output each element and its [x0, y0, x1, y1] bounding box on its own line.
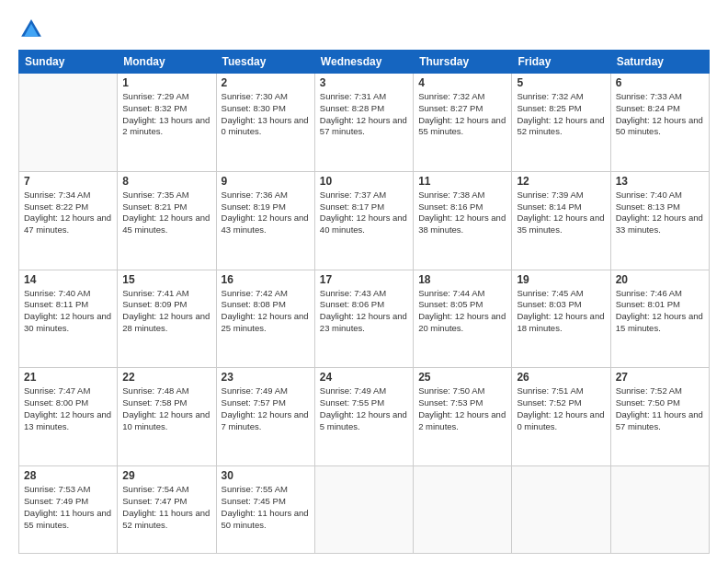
calendar-cell: 15Sunrise: 7:41 AMSunset: 8:09 PMDayligh… — [118, 270, 216, 368]
cell-day-number: 20 — [616, 273, 704, 286]
cell-info: Sunrise: 7:38 AMSunset: 8:16 PMDaylight:… — [418, 190, 506, 236]
calendar-cell: 28Sunrise: 7:53 AMSunset: 7:49 PMDayligh… — [19, 466, 118, 554]
cell-day-number: 21 — [24, 371, 112, 384]
calendar-cell: 19Sunrise: 7:45 AMSunset: 8:03 PMDayligh… — [512, 270, 610, 368]
cell-day-number: 11 — [418, 175, 506, 188]
weekday-header: Friday — [512, 51, 610, 74]
cell-day-number: 6 — [616, 76, 704, 89]
calendar-week-row: 21Sunrise: 7:47 AMSunset: 8:00 PMDayligh… — [19, 368, 710, 466]
calendar-cell: 22Sunrise: 7:48 AMSunset: 7:58 PMDayligh… — [118, 368, 216, 466]
calendar-table: SundayMondayTuesdayWednesdayThursdayFrid… — [18, 50, 710, 554]
calendar-cell: 30Sunrise: 7:55 AMSunset: 7:45 PMDayligh… — [216, 466, 314, 554]
cell-info: Sunrise: 7:52 AMSunset: 7:50 PMDaylight:… — [616, 385, 704, 432]
weekday-header: Tuesday — [216, 51, 314, 74]
calendar-cell — [19, 74, 118, 172]
logo — [18, 17, 48, 42]
calendar-cell: 12Sunrise: 7:39 AMSunset: 8:14 PMDayligh… — [512, 171, 610, 270]
cell-info: Sunrise: 7:43 AMSunset: 8:06 PMDaylight:… — [320, 288, 408, 335]
calendar-cell: 24Sunrise: 7:49 AMSunset: 7:55 PMDayligh… — [314, 368, 413, 466]
weekday-header-row: SundayMondayTuesdayWednesdayThursdayFrid… — [19, 51, 710, 74]
calendar-cell — [314, 466, 413, 554]
cell-day-number: 28 — [24, 469, 112, 482]
calendar-cell — [414, 466, 512, 554]
calendar-cell: 1Sunrise: 7:29 AMSunset: 8:32 PMDaylight… — [118, 74, 216, 172]
calendar-cell: 21Sunrise: 7:47 AMSunset: 8:00 PMDayligh… — [19, 368, 118, 466]
cell-info: Sunrise: 7:32 AMSunset: 8:25 PMDaylight:… — [517, 91, 605, 138]
calendar-cell: 10Sunrise: 7:37 AMSunset: 8:17 PMDayligh… — [314, 171, 413, 270]
calendar-cell: 11Sunrise: 7:38 AMSunset: 8:16 PMDayligh… — [414, 171, 512, 270]
weekday-header: Wednesday — [314, 51, 413, 74]
cell-info: Sunrise: 7:53 AMSunset: 7:49 PMDaylight:… — [24, 484, 112, 531]
cell-day-number: 22 — [122, 371, 210, 384]
cell-info: Sunrise: 7:29 AMSunset: 8:32 PMDaylight:… — [122, 91, 210, 138]
cell-day-number: 9 — [222, 175, 310, 188]
calendar-cell: 18Sunrise: 7:44 AMSunset: 8:05 PMDayligh… — [414, 270, 512, 368]
calendar-cell: 13Sunrise: 7:40 AMSunset: 8:13 PMDayligh… — [610, 171, 709, 270]
cell-info: Sunrise: 7:54 AMSunset: 7:47 PMDaylight:… — [122, 484, 210, 531]
cell-day-number: 16 — [222, 273, 310, 286]
cell-day-number: 30 — [222, 469, 310, 482]
cell-info: Sunrise: 7:44 AMSunset: 8:05 PMDaylight:… — [418, 288, 506, 335]
calendar-cell: 9Sunrise: 7:36 AMSunset: 8:19 PMDaylight… — [216, 171, 314, 270]
cell-day-number: 4 — [418, 76, 506, 89]
cell-day-number: 15 — [122, 273, 210, 286]
cell-day-number: 1 — [122, 76, 210, 89]
calendar-week-row: 7Sunrise: 7:34 AMSunset: 8:22 PMDaylight… — [19, 171, 710, 270]
cell-info: Sunrise: 7:49 AMSunset: 7:57 PMDaylight:… — [222, 385, 310, 432]
calendar-cell: 5Sunrise: 7:32 AMSunset: 8:25 PMDaylight… — [512, 74, 610, 172]
calendar-week-row: 14Sunrise: 7:40 AMSunset: 8:11 PMDayligh… — [19, 270, 710, 368]
calendar-cell: 16Sunrise: 7:42 AMSunset: 8:08 PMDayligh… — [216, 270, 314, 368]
calendar-cell — [610, 466, 709, 554]
calendar-cell: 20Sunrise: 7:46 AMSunset: 8:01 PMDayligh… — [610, 270, 709, 368]
cell-info: Sunrise: 7:48 AMSunset: 7:58 PMDaylight:… — [122, 385, 210, 432]
cell-info: Sunrise: 7:33 AMSunset: 8:24 PMDaylight:… — [616, 91, 704, 138]
calendar-cell: 4Sunrise: 7:32 AMSunset: 8:27 PMDaylight… — [414, 74, 512, 172]
header — [18, 17, 710, 42]
calendar-week-row: 1Sunrise: 7:29 AMSunset: 8:32 PMDaylight… — [19, 74, 710, 172]
calendar-cell: 25Sunrise: 7:50 AMSunset: 7:53 PMDayligh… — [414, 368, 512, 466]
cell-day-number: 12 — [517, 175, 605, 188]
calendar-cell: 17Sunrise: 7:43 AMSunset: 8:06 PMDayligh… — [314, 270, 413, 368]
cell-day-number: 19 — [517, 273, 605, 286]
cell-info: Sunrise: 7:35 AMSunset: 8:21 PMDaylight:… — [122, 190, 210, 236]
cell-day-number: 27 — [616, 371, 704, 384]
cell-info: Sunrise: 7:47 AMSunset: 8:00 PMDaylight:… — [24, 385, 112, 432]
cell-info: Sunrise: 7:49 AMSunset: 7:55 PMDaylight:… — [320, 385, 408, 432]
cell-day-number: 23 — [222, 371, 310, 384]
calendar-cell: 27Sunrise: 7:52 AMSunset: 7:50 PMDayligh… — [610, 368, 709, 466]
cell-info: Sunrise: 7:34 AMSunset: 8:22 PMDaylight:… — [24, 190, 112, 236]
cell-info: Sunrise: 7:55 AMSunset: 7:45 PMDaylight:… — [222, 484, 310, 531]
weekday-header: Monday — [118, 51, 216, 74]
cell-day-number: 13 — [616, 175, 704, 188]
cell-day-number: 8 — [122, 175, 210, 188]
cell-day-number: 26 — [517, 371, 605, 384]
cell-info: Sunrise: 7:36 AMSunset: 8:19 PMDaylight:… — [222, 190, 310, 236]
calendar-week-row: 28Sunrise: 7:53 AMSunset: 7:49 PMDayligh… — [19, 466, 710, 554]
calendar-cell: 26Sunrise: 7:51 AMSunset: 7:52 PMDayligh… — [512, 368, 610, 466]
weekday-header: Thursday — [414, 51, 512, 74]
cell-info: Sunrise: 7:40 AMSunset: 8:13 PMDaylight:… — [616, 190, 704, 236]
cell-day-number: 25 — [418, 371, 506, 384]
cell-day-number: 5 — [517, 76, 605, 89]
cell-info: Sunrise: 7:41 AMSunset: 8:09 PMDaylight:… — [122, 288, 210, 335]
calendar-cell: 8Sunrise: 7:35 AMSunset: 8:21 PMDaylight… — [118, 171, 216, 270]
logo-icon — [18, 17, 44, 42]
cell-day-number: 3 — [320, 76, 408, 89]
cell-day-number: 7 — [24, 175, 112, 188]
cell-info: Sunrise: 7:45 AMSunset: 8:03 PMDaylight:… — [517, 288, 605, 335]
cell-info: Sunrise: 7:51 AMSunset: 7:52 PMDaylight:… — [517, 385, 605, 432]
cell-day-number: 2 — [222, 76, 310, 89]
weekday-header: Sunday — [19, 51, 118, 74]
cell-info: Sunrise: 7:42 AMSunset: 8:08 PMDaylight:… — [222, 288, 310, 335]
cell-day-number: 29 — [122, 469, 210, 482]
cell-info: Sunrise: 7:46 AMSunset: 8:01 PMDaylight:… — [616, 288, 704, 335]
cell-info: Sunrise: 7:39 AMSunset: 8:14 PMDaylight:… — [517, 190, 605, 236]
cell-info: Sunrise: 7:31 AMSunset: 8:28 PMDaylight:… — [320, 91, 408, 138]
page: SundayMondayTuesdayWednesdayThursdayFrid… — [0, 0, 728, 563]
cell-info: Sunrise: 7:37 AMSunset: 8:17 PMDaylight:… — [320, 190, 408, 236]
cell-day-number: 17 — [320, 273, 408, 286]
cell-day-number: 18 — [418, 273, 506, 286]
weekday-header: Saturday — [610, 51, 709, 74]
calendar-cell: 2Sunrise: 7:30 AMSunset: 8:30 PMDaylight… — [216, 74, 314, 172]
cell-day-number: 14 — [24, 273, 112, 286]
